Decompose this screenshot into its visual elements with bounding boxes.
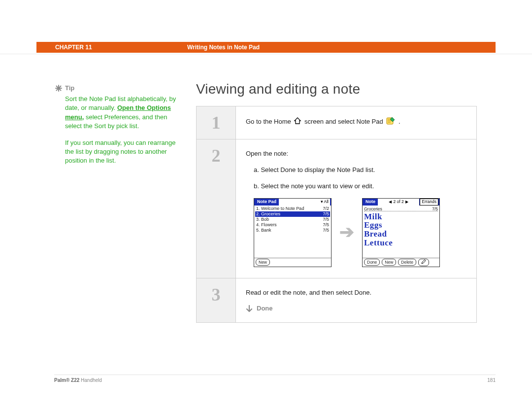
app-title: Note: [364, 199, 377, 205]
divider: [54, 375, 496, 375]
step-number: 2: [197, 139, 236, 278]
chapter-header: CHAPTER 11 Writing Notes in Note Pad: [36, 42, 496, 53]
notepad-list: 1. Welcome to Note Pad7/2 2. Groceries7/…: [254, 206, 331, 258]
list-item: 5. Bank7/5: [255, 228, 330, 233]
step1-text: Go to the Home screen and select Note Pa…: [246, 116, 466, 128]
category-selector: ▾ All: [279, 199, 330, 206]
palm-titlebar: Note Pad ▾ All: [254, 199, 331, 206]
app-title: Note Pad: [255, 199, 278, 205]
step2-intro: Open the note:: [246, 149, 466, 159]
step-body: Go to the Home screen and select Note Pa…: [236, 106, 476, 139]
step-body: Open the note: a. Select Done to display…: [236, 139, 476, 278]
step-number: 3: [197, 278, 236, 323]
step-body: Read or edit the note, and then select D…: [236, 278, 476, 323]
main-content: Viewing and editing a note 1 Go to the H…: [196, 81, 477, 323]
asterisk-icon: [55, 85, 62, 92]
pager: ◀2 of 2▶: [378, 199, 419, 206]
step3-text: Read or edit the note, and then select D…: [246, 288, 466, 298]
steps-container: 1 Go to the Home screen and select Note …: [196, 106, 477, 323]
step2-sub-b: b. Select the note you want to view or e…: [246, 182, 466, 191]
chapter-label: CHAPTER 11: [36, 44, 187, 51]
tip-paragraph-2: If you sort manually, you can rearrange …: [65, 138, 178, 166]
palm-titlebar: Note ◀2 of 2▶ Errands: [363, 199, 439, 206]
palm-toolbar: Done New Delete: [363, 258, 439, 267]
notepad-note-screenshot: Note ◀2 of 2▶ Errands Groceries 7/5 Milk: [362, 198, 440, 267]
category-label: Errands: [420, 199, 438, 206]
product-name: Palm® Z22 Handheld: [54, 377, 102, 383]
page-title: Viewing and editing a note: [196, 81, 477, 97]
list-item: 3. Bob7/5: [255, 217, 330, 222]
delete-button: Delete: [398, 259, 416, 266]
divider: [0, 54, 532, 54]
page-number: 181: [487, 377, 496, 383]
tip-heading: Tip: [55, 84, 178, 93]
done-indicator: Done: [246, 304, 466, 313]
section-title: Writing Notes in Note Pad: [187, 44, 260, 51]
step2-sub-a: a. Select Done to display the Note Pad l…: [246, 166, 466, 175]
notepad-app-icon: [386, 116, 396, 128]
pen-icon: [418, 259, 429, 266]
new-button: New: [256, 259, 270, 266]
arrow-right-icon: ➔: [339, 219, 354, 245]
done-label: Done: [257, 304, 273, 313]
tip-paragraph-1: Sort the Note Pad list alphabetically, b…: [65, 95, 178, 131]
page-footer: Palm® Z22 Handheld 181: [54, 377, 496, 383]
tip-body: Sort the Note Pad list alphabetically, b…: [55, 95, 178, 165]
tip-sidebar: Tip Sort the Note Pad list alphabeticall…: [55, 84, 178, 173]
list-item: 4. Flowers7/5: [255, 222, 330, 228]
home-icon: [294, 117, 301, 127]
step-2: 2 Open the note: a. Select Done to displ…: [197, 139, 476, 278]
step-3: 3 Read or edit the note, and then select…: [197, 278, 476, 323]
handwritten-content: Milk Eggs Bread Lettuce: [364, 211, 438, 247]
screenshots-row: Note Pad ▾ All 1. Welcome to Note Pad7/2…: [246, 198, 466, 267]
list-item: 2. Groceries7/5: [255, 211, 330, 217]
step-1: 1 Go to the Home screen and select Note …: [197, 106, 476, 139]
notepad-list-screenshot: Note Pad ▾ All 1. Welcome to Note Pad7/2…: [254, 198, 332, 267]
note-meta: Groceries 7/5: [364, 206, 438, 211]
arrow-down-icon: [246, 305, 253, 313]
note-body: Groceries 7/5 Milk Eggs Bread Lettuce: [363, 206, 439, 258]
list-item: 1. Welcome to Note Pad7/2: [255, 206, 330, 211]
step-number: 1: [197, 106, 236, 139]
done-button: Done: [364, 259, 380, 266]
tip-label: Tip: [65, 84, 74, 93]
new-button: New: [382, 259, 396, 266]
palm-toolbar: New: [254, 258, 331, 267]
